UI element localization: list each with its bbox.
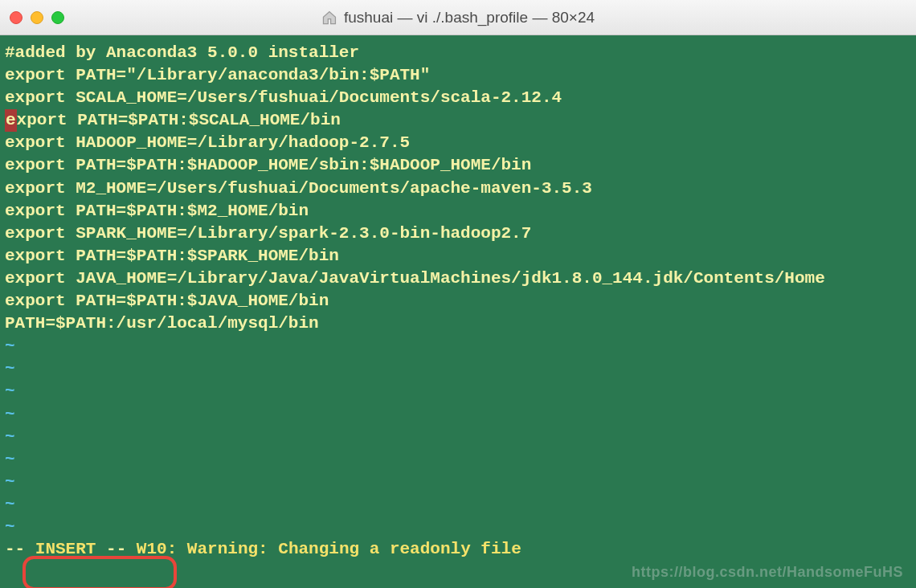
empty-line-marker: ~ — [5, 471, 911, 493]
terminal-line: export SCALA_HOME=/Users/fushuai/Documen… — [5, 87, 911, 109]
window-title: fushuai — vi ./.bash_profile — 80×24 — [344, 9, 595, 27]
terminal-window: fushuai — vi ./.bash_profile — 80×24 #ad… — [0, 0, 916, 588]
terminal-line: export SPARK_HOME=/Library/spark-2.3.0-b… — [5, 223, 911, 245]
terminal-line: export PATH=$PATH:$M2_HOME/bin — [5, 200, 911, 223]
home-icon — [321, 10, 337, 26]
terminal-line: export PATH=$PATH:$SCALA_HOME/bin — [5, 109, 911, 132]
terminal-line: #added by Anaconda3 5.0.0 installer — [5, 42, 911, 64]
minimize-button[interactable] — [31, 11, 43, 24]
empty-line-marker: ~ — [5, 448, 911, 471]
terminal-body[interactable]: #added by Anaconda3 5.0.0 installerexpor… — [0, 35, 916, 588]
terminal-line: export PATH=$PATH:$HADOOP_HOME/sbin:$HAD… — [5, 154, 911, 177]
terminal-line: export HADOOP_HOME=/Library/hadoop-2.7.5 — [5, 132, 911, 154]
empty-line-marker: ~ — [5, 335, 911, 357]
empty-line-marker: ~ — [5, 493, 911, 516]
empty-line-marker: ~ — [5, 426, 911, 448]
watermark: https://blog.csdn.net/HandsomeFuHS — [632, 561, 903, 583]
status-suffix: -- — [96, 538, 136, 561]
empty-line-marker: ~ — [5, 380, 911, 402]
close-button[interactable] — [10, 11, 22, 24]
terminal-line: export M2_HOME=/Users/fushuai/Documents/… — [5, 178, 911, 200]
terminal-line: export JAVA_HOME=/Library/Java/JavaVirtu… — [5, 267, 911, 290]
titlebar[interactable]: fushuai — vi ./.bash_profile — 80×24 — [0, 0, 916, 35]
empty-line-marker: ~ — [5, 516, 911, 538]
window-title-wrap: fushuai — vi ./.bash_profile — 80×24 — [321, 9, 595, 27]
cursor: e — [5, 109, 17, 132]
terminal-line: export PATH=$PATH:$SPARK_HOME/bin — [5, 245, 911, 267]
empty-line-marker: ~ — [5, 357, 911, 380]
vi-status-bar: -- INSERT -- W10: Warning: Changing a re… — [5, 538, 911, 561]
maximize-button[interactable] — [51, 11, 64, 24]
empty-line-marker: ~ — [5, 403, 911, 426]
terminal-line: export PATH="/Library/anaconda3/bin:$PAT… — [5, 64, 911, 87]
traffic-lights — [10, 11, 64, 24]
status-prefix: -- — [5, 538, 35, 561]
vi-warning: W10: Warning: Changing a readonly file — [137, 538, 521, 561]
terminal-line: PATH=$PATH:/usr/local/mysql/bin — [5, 312, 911, 335]
vi-mode: INSERT — [35, 538, 96, 561]
terminal-line: export PATH=$PATH:$JAVA_HOME/bin — [5, 290, 911, 312]
